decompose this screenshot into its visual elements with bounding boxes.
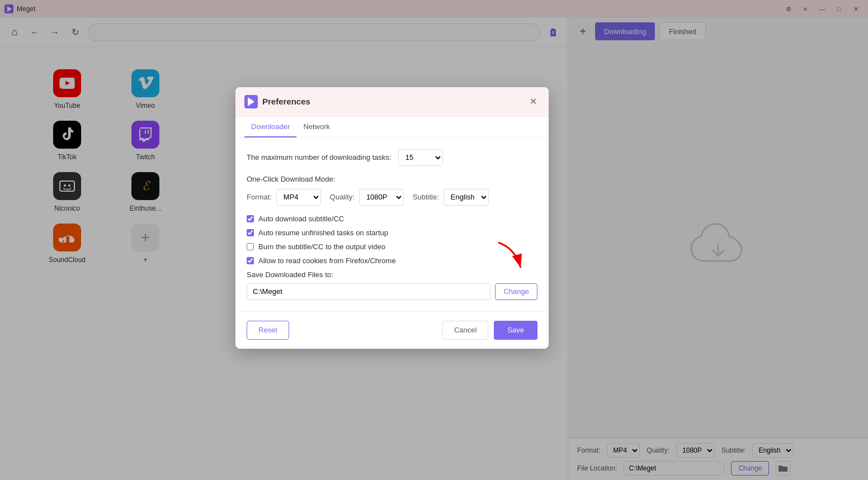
auto-resume-label: Auto resume unfinished tasks on startup — [258, 229, 388, 237]
pref-body: The maximum number of downloading tasks:… — [235, 138, 549, 311]
save-path-label: Save Downloaded Files to: — [247, 270, 537, 279]
tab-downloader[interactable]: Downloader — [244, 117, 296, 137]
burn-subtitle-checkbox[interactable] — [247, 243, 254, 250]
one-click-section: One-Click Download Mode: Format: MP4 MP3… — [247, 175, 537, 206]
format-group: Format: MP4 MP3 MKV — [247, 189, 321, 206]
save-path-change-button[interactable]: Change — [495, 283, 537, 300]
auto-subtitle-checkbox[interactable] — [247, 215, 254, 222]
pref-tabs: Downloader Network — [235, 117, 549, 138]
checkbox-cookies-row: Allow to read cookies from Firefox/Chrom… — [247, 256, 537, 265]
checkbox-burn-subtitle-row: Burn the subtitle/CC to the output video — [247, 243, 537, 251]
save-button[interactable]: Save — [494, 321, 537, 340]
save-path-section: Save Downloaded Files to: Change — [247, 270, 537, 300]
max-tasks-label: The maximum number of downloading tasks: — [247, 153, 391, 161]
quality-group: Quality: 1080P 720P 480P — [330, 189, 404, 206]
save-path-row: Change — [247, 283, 537, 300]
modal-overlay: Preferences ✕ Downloader Network The max… — [0, 0, 868, 480]
pref-quality-select[interactable]: 1080P 720P 480P — [359, 189, 404, 206]
pref-subtitle-select[interactable]: English None Auto — [444, 189, 489, 206]
cancel-button[interactable]: Cancel — [442, 321, 488, 340]
max-tasks-row: The maximum number of downloading tasks:… — [247, 149, 537, 166]
tab-network[interactable]: Network — [296, 117, 337, 137]
pref-format-label: Format: — [247, 193, 272, 201]
one-click-row: Format: MP4 MP3 MKV Quality: 1080P 720P … — [247, 189, 537, 206]
save-path-input[interactable] — [247, 283, 490, 300]
max-tasks-select[interactable]: 15 5 10 20 — [398, 149, 443, 166]
pref-title: Preferences — [262, 97, 526, 106]
pref-quality-label: Quality: — [330, 193, 355, 201]
pref-format-select[interactable]: MP4 MP3 MKV — [276, 189, 321, 206]
cookies-label: Allow to read cookies from Firefox/Chrom… — [258, 256, 396, 265]
auto-subtitle-label: Auto download subtitle/CC — [258, 215, 344, 223]
pref-footer: Reset Cancel Save — [235, 311, 549, 349]
pref-header: Preferences ✕ — [235, 87, 549, 117]
one-click-label: One-Click Download Mode: — [247, 175, 537, 183]
auto-resume-checkbox[interactable] — [247, 229, 254, 236]
reset-button[interactable]: Reset — [247, 321, 289, 340]
preferences-dialog: Preferences ✕ Downloader Network The max… — [235, 87, 549, 349]
cookies-checkbox[interactable] — [247, 257, 254, 264]
pref-subtitle-label: Subtitle: — [413, 193, 439, 201]
subtitle-group: Subtitle: English None Auto — [413, 189, 489, 206]
checkbox-auto-resume-row: Auto resume unfinished tasks on startup — [247, 229, 537, 237]
pref-header-icon — [244, 95, 258, 108]
pref-close-button[interactable]: ✕ — [526, 95, 540, 108]
checkbox-auto-subtitle-row: Auto download subtitle/CC — [247, 215, 537, 223]
burn-subtitle-label: Burn the subtitle/CC to the output video — [258, 243, 385, 251]
